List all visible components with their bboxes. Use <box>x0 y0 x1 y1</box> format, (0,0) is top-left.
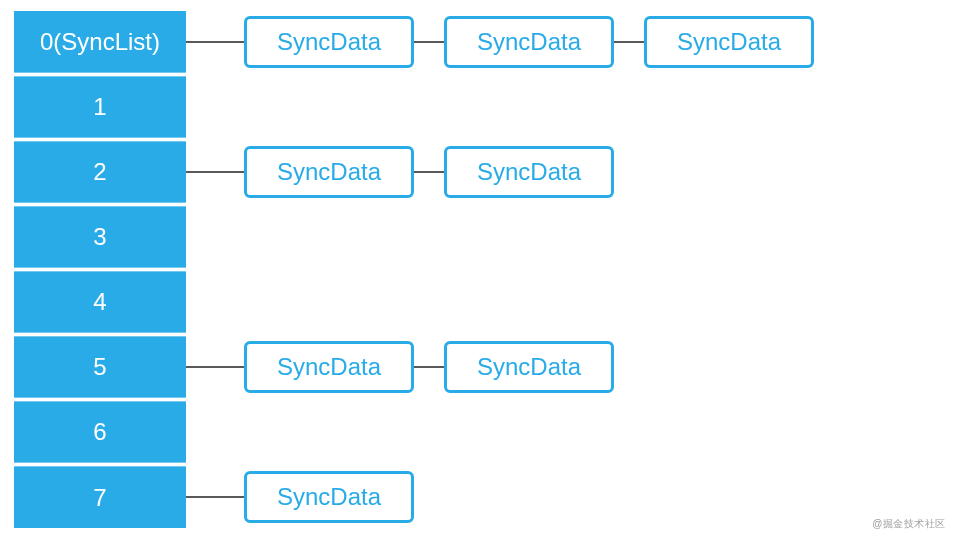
bucket-slot: 7 <box>14 466 186 528</box>
sync-data-node: SyncData <box>244 16 414 68</box>
bucket-slot: 4 <box>14 271 186 333</box>
bucket-slot: 3 <box>14 206 186 268</box>
table-row: 1 <box>14 75 940 139</box>
table-row: 6 <box>14 400 940 464</box>
connector-line <box>186 171 244 173</box>
table-row: 5 SyncData SyncData <box>14 335 940 399</box>
sync-data-node: SyncData <box>244 341 414 393</box>
sync-data-node: SyncData <box>444 146 614 198</box>
table-row: 2 SyncData SyncData <box>14 140 940 204</box>
sync-data-node: SyncData <box>444 16 614 68</box>
connector-line <box>186 496 244 498</box>
connector-line <box>186 366 244 368</box>
table-row: 3 <box>14 205 940 269</box>
sync-data-node: SyncData <box>244 146 414 198</box>
table-row: 0(SyncList) SyncData SyncData SyncData <box>14 10 940 74</box>
connector-line <box>614 41 644 43</box>
connector-line <box>414 366 444 368</box>
sync-data-node: SyncData <box>444 341 614 393</box>
table-row: 7 SyncData <box>14 465 940 529</box>
bucket-slot: 1 <box>14 76 186 138</box>
sync-data-node: SyncData <box>244 471 414 523</box>
connector-line <box>414 171 444 173</box>
bucket-slot: 2 <box>14 141 186 203</box>
connector-line <box>186 41 244 43</box>
watermark-text: @掘金技术社区 <box>872 517 946 531</box>
bucket-slot: 6 <box>14 401 186 463</box>
bucket-slot: 5 <box>14 336 186 398</box>
sync-data-node: SyncData <box>644 16 814 68</box>
hash-table-diagram: 0(SyncList) SyncData SyncData SyncData 1… <box>0 0 954 537</box>
bucket-slot: 0(SyncList) <box>14 11 186 73</box>
connector-line <box>414 41 444 43</box>
table-row: 4 <box>14 270 940 334</box>
